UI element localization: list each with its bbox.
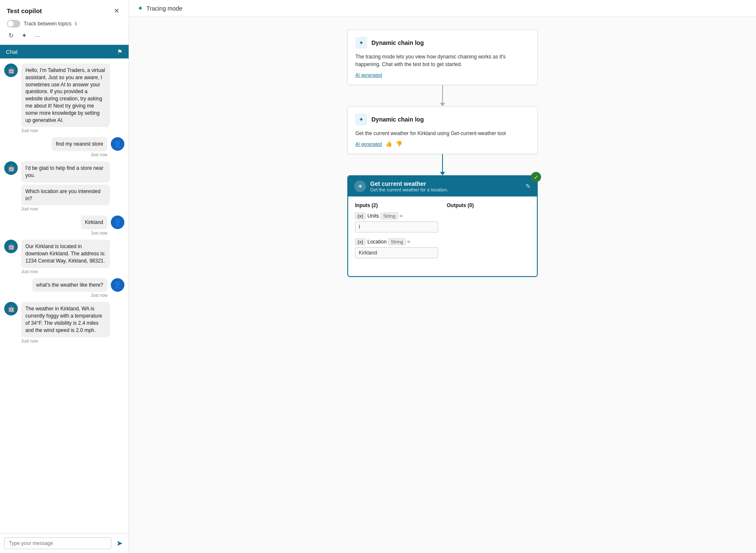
weather-icon: ☀ <box>354 180 366 192</box>
tag-x-location: (x) <box>355 238 366 245</box>
tracing-icon: ✦ <box>137 4 143 12</box>
chain-card-body-1: The tracing mode lets you view how dynam… <box>355 53 530 68</box>
left-header: Test copilot ✕ Track between topics ℹ ↻ … <box>0 0 129 45</box>
msg-time-bot-2: Just now <box>21 207 110 211</box>
chat-messages: 🤖 Hello, I'm Tailwind Traders, a virtual… <box>0 58 129 533</box>
bot-message-group-1: Hello, I'm Tailwind Traders, a virtual a… <box>21 64 110 133</box>
bot-avatar-3: 🤖 <box>4 240 18 253</box>
dynamic-chain-card-2: ✦ Dynamic chain log Get the current weat… <box>347 106 538 154</box>
send-button[interactable]: ➤ <box>115 537 124 550</box>
chain-card-title-1: Dynamic chain log <box>371 39 424 46</box>
input-item-location: (x) Location String = Kirkland <box>355 238 438 258</box>
msg-time-bot-3: Just now <box>21 269 110 274</box>
chat-tab-label: Chat <box>6 49 17 55</box>
close-button[interactable]: ✕ <box>111 6 122 16</box>
msg-time-user-3: Just now <box>91 293 107 298</box>
user-avatar-3: 👤 <box>111 278 124 292</box>
chain-card-title-2: Dynamic chain log <box>371 116 424 123</box>
inputs-outputs-row: Inputs (2) (x) Units String = I <box>355 202 530 264</box>
tracing-content: ✦ Dynamic chain log The tracing mode let… <box>129 17 756 553</box>
track-toggle[interactable] <box>7 20 20 28</box>
outputs-label: Outputs (0) <box>447 202 530 208</box>
tag-type-units: String <box>381 213 398 219</box>
bot-message-2: 🤖 I'd be glad to help find a store near … <box>4 161 124 211</box>
tag-type-location: String <box>388 238 406 245</box>
ai-generated-link-2[interactable]: AI generated <box>355 141 382 147</box>
thumbs-down-icon[interactable]: 👎 <box>396 141 402 147</box>
bot-bubble-4: Our Kirkland is located in downtown Kirk… <box>21 240 110 268</box>
user-message-1: 👤 find my nearest store Just now <box>4 137 124 157</box>
bot-message-1: 🤖 Hello, I'm Tailwind Traders, a virtual… <box>4 64 124 133</box>
tag-eq-units: = <box>400 213 403 219</box>
inputs-column: Inputs (2) (x) Units String = I <box>355 202 438 264</box>
tag-name-location: Location <box>367 239 386 245</box>
user-message-3: 👤 what's the weather like there? Just no… <box>4 278 124 298</box>
tag-x-units: (x) <box>355 213 366 219</box>
user-bubble-3: what's the weather like there? <box>32 278 107 292</box>
left-panel: Test copilot ✕ Track between topics ℹ ↻ … <box>0 0 129 553</box>
weather-card-subtitle: Get the current weather for a location. <box>370 187 448 192</box>
msg-time-bot-4: Just now <box>21 339 110 343</box>
msg-time-user-1: Just now <box>91 152 107 157</box>
weather-card: ✓ ☀ Get current weather Get the current … <box>347 175 538 277</box>
chain-icon-2: ✦ <box>355 113 367 125</box>
track-label: Track between topics <box>24 21 71 27</box>
info-icon: ℹ <box>75 21 77 27</box>
tag-name-units: Units <box>367 213 379 219</box>
tag-eq-location: = <box>407 239 410 245</box>
tracing-header: ✦ Tracing mode <box>129 0 756 17</box>
thumbs-row: AI generated 👍 👎 <box>355 141 530 147</box>
user-avatar-2: 👤 <box>111 216 124 229</box>
user-avatar-1: 👤 <box>111 137 124 151</box>
user-message-group-3: what's the weather like there? Just now <box>32 278 107 298</box>
weather-card-header: ☀ Get current weather Get the current we… <box>348 176 537 196</box>
bot-avatar: 🤖 <box>4 64 18 77</box>
bot-avatar-4: 🤖 <box>4 302 18 315</box>
inputs-label: Inputs (2) <box>355 202 438 208</box>
chain-card-body-2: Get the current weather for Kirkland usi… <box>355 130 530 137</box>
input-value-units: I <box>355 221 438 232</box>
msg-time-user-2: Just now <box>91 231 107 235</box>
tracing-label: Tracing mode <box>146 5 182 12</box>
dynamic-chain-card-1: ✦ Dynamic chain log The tracing mode let… <box>347 30 538 85</box>
weather-card-title-group: Get current weather Get the current weat… <box>370 180 448 192</box>
arrow-1 <box>440 85 445 106</box>
panel-title: Test copilot <box>7 7 42 14</box>
input-value-location: Kirkland <box>355 247 438 258</box>
chain-icon-1: ✦ <box>355 37 367 49</box>
user-bubble-1: find my nearest store <box>52 137 107 151</box>
edit-icon[interactable]: ✎ <box>525 182 531 190</box>
bot-avatar-2: 🤖 <box>4 161 18 175</box>
chat-tab-bar: Chat ⚑ <box>0 45 129 58</box>
refresh-button[interactable]: ↻ <box>7 31 16 40</box>
thumbs-up-icon[interactable]: 👍 <box>385 141 392 147</box>
bot-message-group-4: The weather in Kirkland, WA is currently… <box>21 302 110 343</box>
user-message-group-2: Kirkland Just now <box>81 216 107 235</box>
input-tags-units: (x) Units String = <box>355 213 438 219</box>
outputs-column: Outputs (0) <box>447 202 530 264</box>
bot-bubble-1: Hello, I'm Tailwind Traders, a virtual a… <box>21 64 110 127</box>
user-message-group-1: find my nearest store Just now <box>52 137 107 157</box>
input-tags-location: (x) Location String = <box>355 238 438 245</box>
weather-card-body: Inputs (2) (x) Units String = I <box>348 196 537 276</box>
more-options-button[interactable]: ··· <box>33 31 42 40</box>
bot-bubble-3: Which location are you interested in? <box>21 185 110 206</box>
msg-time-1: Just now <box>21 128 110 133</box>
bot-message-4: 🤖 The weather in Kirkland, WA is current… <box>4 302 124 343</box>
user-message-2: 👤 Kirkland Just now <box>4 216 124 235</box>
bot-message-group-2: I'd be glad to help find a store near yo… <box>21 161 110 211</box>
bot-bubble-5: The weather in Kirkland, WA is currently… <box>21 302 110 337</box>
user-bubble-2: Kirkland <box>81 216 107 229</box>
arrow-2 <box>440 154 445 175</box>
chat-input[interactable] <box>4 537 111 549</box>
check-badge: ✓ <box>531 172 541 182</box>
ai-generated-link-1[interactable]: AI generated <box>355 72 382 77</box>
right-panel: ✦ Tracing mode ✦ Dynamic chain log The t… <box>129 0 756 553</box>
weather-card-title: Get current weather <box>370 180 448 187</box>
chat-input-row: ➤ <box>0 533 129 553</box>
bot-bubble-2: I'd be glad to help find a store near yo… <box>21 161 110 182</box>
bot-message-3: 🤖 Our Kirkland is located in downtown Ki… <box>4 240 124 274</box>
sparkle-button[interactable]: ✦ <box>20 31 29 40</box>
flag-icon: ⚑ <box>117 48 123 55</box>
bot-message-group-3: Our Kirkland is located in downtown Kirk… <box>21 240 110 274</box>
